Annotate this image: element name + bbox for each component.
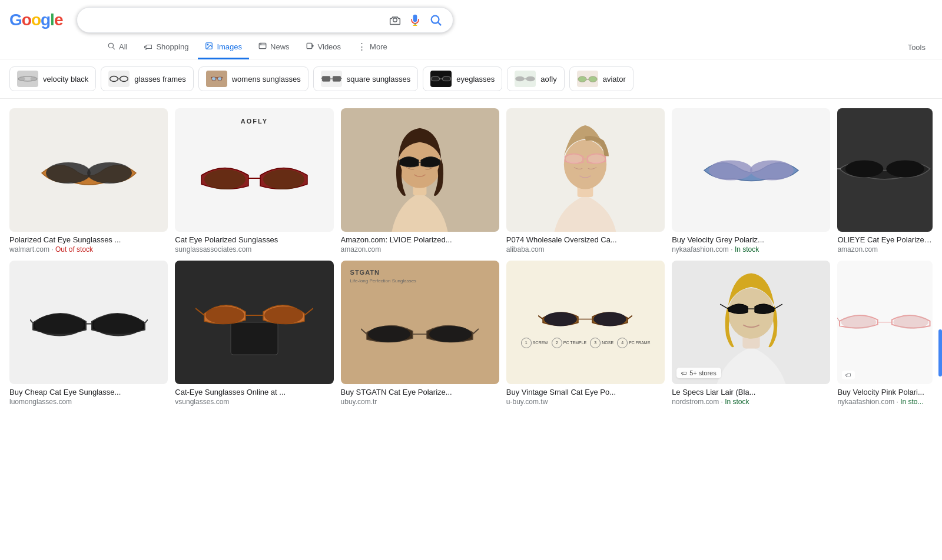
search-bar-icons: [388, 12, 443, 28]
svg-line-62: [304, 308, 313, 315]
img-title-3: Amazon.com: LVIOE Polarized...: [341, 235, 499, 244]
more-nav-icon: ⋮: [357, 41, 366, 52]
svg-point-68: [544, 312, 577, 326]
nav-item-images[interactable]: Images: [198, 36, 249, 59]
svg-point-58: [205, 306, 244, 324]
img-stock-1: Out of stock: [55, 245, 93, 254]
svg-line-4: [439, 22, 442, 25]
svg-rect-20: [322, 76, 330, 81]
img-title-12: Buy Velocity Pink Polari...: [837, 388, 933, 396]
filter-chip-aofly[interactable]: aofly: [507, 66, 564, 91]
svg-line-76: [720, 304, 728, 309]
svg-point-44: [566, 155, 583, 164]
voice-search-button[interactable]: [408, 13, 422, 27]
img-stock-12: In sto...: [900, 398, 923, 406]
chip-thumb-aofly: [515, 71, 536, 87]
svg-point-50: [887, 160, 925, 177]
svg-point-64: [429, 326, 472, 342]
img-source-7: luomonglasses.com: [9, 398, 72, 406]
grid-item-6[interactable]: OLIEYE Cat Eye Polarized... amazon.com: [837, 108, 933, 254]
svg-line-6: [113, 47, 115, 49]
svg-point-45: [588, 155, 605, 164]
filter-chip-velocity-black[interactable]: velocity black: [9, 66, 96, 91]
svg-point-32: [589, 76, 597, 82]
grid-item-7[interactable]: Buy Cheap Cat Eye Sunglasse... luomongla…: [9, 261, 168, 406]
nav-item-all[interactable]: All: [100, 36, 134, 59]
svg-point-69: [593, 312, 626, 326]
nav-item-videos[interactable]: Videos: [299, 36, 349, 59]
img-title-10: Buy Vintage Small Cat Eye Po...: [506, 388, 665, 396]
header: Google buy cat eye polarized sunglasses …: [0, 0, 942, 33]
grid-item-10[interactable]: 1SCREW 2PC TEMPLE 3NOSE 4PC FRAME Buy Vi…: [506, 261, 665, 406]
svg-point-59: [264, 306, 303, 324]
svg-line-23: [321, 78, 322, 79]
google-logo[interactable]: Google: [9, 11, 62, 29]
filter-chip-aviator[interactable]: aviator: [569, 66, 633, 91]
img-title-5: Buy Velocity Grey Polariz...: [672, 235, 830, 244]
grid-item-4[interactable]: P074 Wholesale Oversized Ca... alibaba.c…: [506, 108, 665, 254]
nav: All 🏷 Shopping Images News Videos ⋮ More…: [0, 33, 942, 59]
svg-line-81: [837, 318, 840, 322]
nav-item-news[interactable]: News: [251, 36, 297, 59]
grid-item-3[interactable]: Amazon.com: LVIOE Polarized... amazon.co…: [341, 108, 499, 254]
svg-line-24: [340, 78, 341, 79]
img-source-11: nordstrom.com: [672, 398, 719, 406]
img-source-2: sunglassassociates.com: [175, 245, 251, 254]
svg-point-8: [207, 44, 208, 45]
svg-point-34: [46, 162, 91, 184]
grid-item-9[interactable]: STGATN Life-long Perfection Sunglasses: [341, 261, 499, 406]
img-title-9: Buy STGATN Cat Eye Polarize...: [341, 388, 499, 396]
svg-line-71: [538, 315, 543, 319]
svg-point-79: [894, 315, 929, 329]
img-title-4: P074 Wholesale Oversized Ca...: [506, 235, 665, 244]
svg-point-53: [94, 314, 143, 336]
stores-badge: 5+ stores: [689, 369, 717, 376]
svg-point-17: [110, 76, 118, 81]
svg-rect-12: [307, 43, 312, 48]
chip-thumb-womens-sunglasses: 👓: [206, 71, 227, 87]
img-source-9: ubuy.com.tr: [341, 398, 377, 406]
search-button[interactable]: [428, 12, 443, 28]
chip-thumb-aviator: [577, 71, 598, 87]
grid-item-11[interactable]: 🏷 5+ stores Le Specs Liar Lair (Bla... n…: [672, 261, 830, 406]
svg-rect-57: [231, 322, 278, 355]
svg-point-29: [526, 76, 535, 81]
filter-chip-glasses-frames[interactable]: glasses frames: [101, 66, 193, 91]
filter-chip-eyeglasses[interactable]: eyeglasses: [423, 66, 502, 91]
svg-point-78: [841, 315, 877, 329]
img-source-8: vsunglasses.com: [175, 398, 229, 406]
grid-item-2[interactable]: AOFLY Cat Eye Polarized Sunglasses sungl…: [175, 108, 333, 254]
img-stock-5: In stock: [735, 245, 759, 254]
grid-item-1[interactable]: Polarized Cat Eye Sunglasses ... walmart…: [9, 108, 168, 254]
nav-item-shopping[interactable]: 🏷 Shopping: [137, 36, 195, 59]
svg-line-67: [473, 329, 479, 334]
svg-point-47: [709, 161, 752, 181]
grid-item-5[interactable]: Buy Velocity Grey Polariz... nykaafashio…: [672, 108, 830, 254]
svg-line-61: [195, 308, 204, 315]
img-stock-11: In stock: [725, 398, 749, 406]
grid-item-12[interactable]: 🏷 Buy Velocity Pink Polari... nykaafashi…: [837, 261, 933, 406]
grid-row-1: Polarized Cat Eye Sunglasses ... walmart…: [9, 108, 933, 254]
tools-button[interactable]: Tools: [901, 37, 933, 58]
scrollbar-indicator[interactable]: [938, 329, 942, 376]
svg-rect-9: [259, 43, 266, 48]
nav-item-more[interactable]: ⋮ More: [350, 35, 394, 59]
search-input[interactable]: buy cat eye polarized sunglasses online: [87, 15, 381, 25]
svg-point-37: [263, 169, 304, 189]
grid-item-8[interactable]: Cat-Eye Sunglasses Online at ... vsungla…: [175, 261, 333, 406]
svg-line-72: [628, 315, 632, 319]
img-title-1: Polarized Cat Eye Sunglasses ...: [9, 235, 168, 244]
camera-search-button[interactable]: [388, 13, 402, 27]
filter-chip-womens-sunglasses[interactable]: 👓 womens sunglasses: [198, 66, 309, 91]
img-source-3: amazon.com: [341, 245, 382, 254]
images-nav-icon: [205, 42, 213, 52]
chip-thumb-glasses-frames: [108, 71, 130, 87]
svg-point-52: [35, 314, 84, 336]
svg-point-63: [368, 326, 410, 342]
search-bar: buy cat eye polarized sunglasses online: [77, 7, 453, 33]
svg-point-43: [564, 140, 606, 189]
news-nav-icon: [258, 42, 267, 52]
filter-chip-square-sunglasses[interactable]: square sunglasses: [313, 66, 418, 91]
svg-point-48: [750, 161, 794, 181]
svg-line-77: [774, 304, 782, 309]
